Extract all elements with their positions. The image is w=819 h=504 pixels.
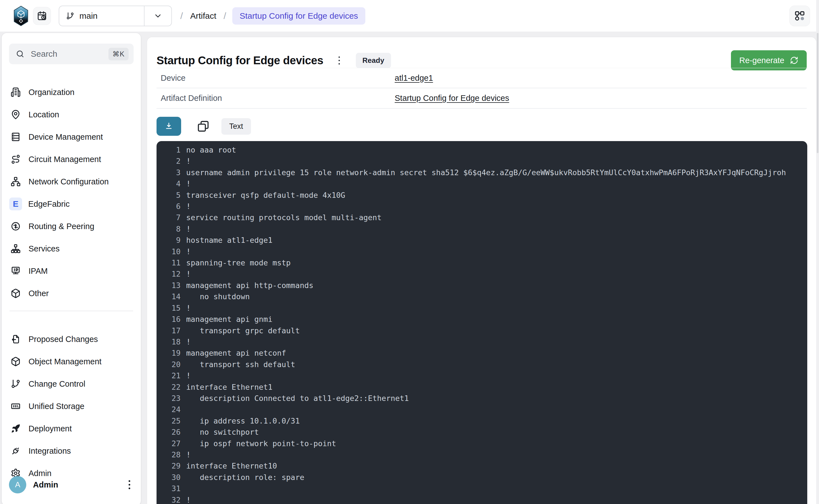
sidebar-item-label: Deployment: [28, 424, 72, 433]
line-text: interface Ethernet10: [186, 460, 277, 472]
code-line: 30 description role: spare: [163, 472, 807, 483]
sidebar-item-label: Circuit Management: [28, 155, 101, 164]
line-text: !: [186, 246, 191, 257]
sidebar-item-object-management[interactable]: Object Management: [2, 350, 141, 373]
network-icon: [11, 177, 21, 187]
line-text: management api netconf: [186, 348, 286, 359]
page-scrollbar[interactable]: [816, 0, 819, 504]
line-number: 27: [163, 438, 180, 449]
sidebar-item-location[interactable]: Location: [2, 103, 141, 126]
regenerate-label: Re-generate: [739, 56, 784, 65]
code-line: 22interface Ethernet1: [163, 382, 807, 393]
code-line: 6!: [163, 201, 807, 212]
line-number: 25: [163, 415, 180, 427]
meta-row: Artifact DefinitionStartup Config for Ed…: [156, 88, 807, 109]
code-line: 19management api netconf: [163, 348, 807, 359]
download-icon: [164, 122, 174, 131]
code-line: 16management api gnmi: [163, 314, 807, 325]
line-text: transport ssh default: [186, 359, 295, 370]
sidebar-item-routing-peering[interactable]: Routing & Peering: [2, 215, 141, 237]
sidebar-item-network-configuration[interactable]: Network Configuration: [2, 170, 141, 193]
download-button[interactable]: [156, 117, 181, 136]
code-line: 27 ip ospf network point-to-point: [163, 438, 807, 449]
sidebar-item-label: Object Management: [28, 357, 101, 366]
line-text: spanning-tree mode mstp: [186, 257, 291, 268]
artifact-header: Startup Config for Edge devices Ready Re…: [156, 50, 807, 70]
line-text: !: [186, 303, 191, 314]
sidebar-item-label: Integrations: [28, 446, 71, 456]
line-text: no switchport: [186, 427, 259, 438]
line-text: !: [186, 370, 191, 381]
line-number: 6: [163, 201, 180, 212]
breadcrumb-separator: /: [224, 10, 226, 21]
user-menu-kebab-icon[interactable]: [128, 480, 131, 489]
page-scrollbar-thumb[interactable]: [817, 33, 818, 153]
code-line: 5transceiver qsfp default-mode 4x10G: [163, 190, 807, 201]
date-picker-button[interactable]: [33, 7, 51, 25]
sidebar-item-label: Organization: [28, 88, 74, 97]
search-icon: [16, 49, 25, 58]
meta-label: Device: [156, 73, 395, 83]
line-number: 3: [163, 167, 180, 178]
router-icon: [11, 221, 21, 231]
line-number: 31: [163, 483, 180, 494]
line-text: transport grpc default: [186, 325, 300, 336]
storage-icon: [11, 401, 21, 411]
top-bar: main / Artifact / Startup Config for Edg…: [0, 0, 819, 32]
sidebar-item-unified-storage[interactable]: Unified Storage: [2, 395, 141, 417]
line-number: 7: [163, 212, 180, 223]
breadcrumb-artifact[interactable]: Artifact: [190, 11, 216, 21]
code-line: 2!: [163, 156, 807, 167]
line-number: 22: [163, 382, 180, 393]
sidebar-item-deployment[interactable]: Deployment: [2, 417, 141, 440]
line-text: no aaa root: [186, 144, 236, 156]
line-text: !: [186, 224, 191, 235]
code-line: 7service routing protocols model multi-a…: [163, 212, 807, 223]
line-number: 16: [163, 314, 180, 325]
format-toggle[interactable]: Text: [221, 118, 251, 135]
code-line: 14 no shutdown: [163, 291, 807, 302]
line-text: no shutdown: [186, 291, 250, 302]
sidebar-item-services[interactable]: Services: [2, 237, 141, 260]
user-name: Admin: [33, 480, 121, 489]
sidebar-item-organization[interactable]: Organization: [2, 81, 141, 103]
server-icon: [11, 132, 21, 142]
line-text: management api http-commands: [186, 280, 313, 291]
sidebar-item-change-control[interactable]: Change Control: [2, 373, 141, 395]
branch-selector[interactable]: main: [59, 6, 172, 26]
line-number: 1: [163, 144, 180, 156]
sidebar-item-proposed-changes[interactable]: Proposed Changes: [2, 328, 141, 350]
search-shortcut-badge: ⌘K: [108, 48, 129, 60]
line-text: username admin privilege 15 role network…: [186, 167, 786, 178]
line-text: ip ospf network point-to-point: [186, 438, 336, 449]
sidebar-item-other[interactable]: Other: [2, 282, 141, 305]
app-logo-icon[interactable]: [13, 6, 28, 26]
code-block[interactable]: 1no aaa root2!3username admin privilege …: [156, 141, 807, 504]
code-line: 1no aaa root: [163, 144, 807, 156]
meta-value-link[interactable]: atl1-edge1: [395, 73, 433, 83]
regenerate-button[interactable]: Re-generate: [731, 50, 807, 70]
line-number: 29: [163, 460, 180, 472]
artifact-actions-kebab-icon[interactable]: [338, 56, 341, 65]
copy-button[interactable]: [197, 120, 210, 133]
breadcrumb-current[interactable]: Startup Config for Edge devices: [232, 7, 365, 25]
sidebar-item-device-management[interactable]: Device Management: [2, 126, 141, 148]
code-line: 4!: [163, 178, 807, 189]
line-text: !: [186, 201, 191, 212]
code-line: 3username admin privilege 15 role networ…: [163, 167, 807, 178]
search-placeholder: Search: [31, 49, 102, 59]
code-line: 11spanning-tree mode mstp: [163, 257, 807, 268]
user-menu[interactable]: A Admin: [2, 475, 141, 495]
code-toolbar: Text: [156, 117, 251, 136]
sidebar-item-edgefabric[interactable]: EEdgeFabric: [2, 193, 141, 215]
sidebar-item-integrations[interactable]: Integrations: [2, 440, 141, 462]
meta-value-link[interactable]: Startup Config for Edge devices: [395, 94, 509, 103]
topology-menu-button[interactable]: [789, 6, 810, 26]
sidebar-nav-secondary: Proposed ChangesObject ManagementChange …: [2, 328, 141, 484]
sidebar-item-circuit-management[interactable]: Circuit Management: [2, 148, 141, 170]
meta-row: Deviceatl1-edge1: [156, 68, 807, 88]
line-number: 9: [163, 235, 180, 246]
sidebar-item-ipam[interactable]: IPAM: [2, 260, 141, 282]
branch-selector-toggle[interactable]: [144, 6, 171, 26]
search-input[interactable]: Search ⌘K: [9, 44, 134, 64]
